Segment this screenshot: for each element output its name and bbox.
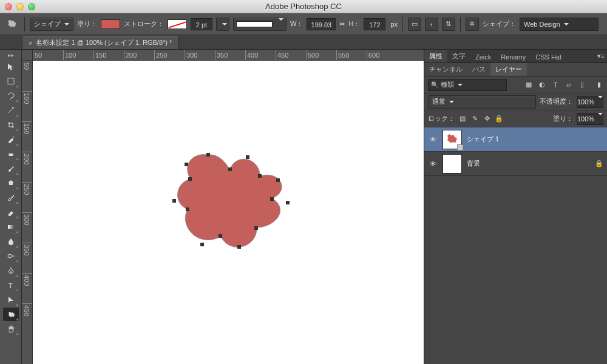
brush-tool[interactable] (3, 162, 19, 175)
stroke-swatch[interactable] (168, 19, 187, 29)
minimize-icon[interactable] (16, 3, 24, 10)
arrange-button[interactable]: ⇅ (442, 18, 455, 31)
svg-rect-2 (8, 153, 13, 156)
opacity-input[interactable]: 100% (577, 96, 603, 108)
ruler-vertical[interactable]: 50100150200250300350400450 (22, 61, 33, 364)
panel-tab[interactable]: パス (467, 63, 490, 76)
layer-filter-dropdown[interactable]: 種類 (428, 79, 507, 91)
stroke-width-input[interactable]: 2 pt (191, 18, 212, 30)
healing-brush-tool[interactable] (3, 147, 19, 161)
width-input[interactable]: 199.03 (307, 18, 336, 30)
ruler-tick: 600 (367, 50, 397, 60)
fill-swatch[interactable] (101, 19, 120, 29)
stroke-width-dropdown[interactable] (216, 18, 229, 31)
layer-name: シェイプ 1 (467, 135, 499, 144)
layer-name: 背景 (467, 159, 480, 168)
filter-shape-icon[interactable]: ▱ (565, 81, 573, 89)
layer-thumbnail[interactable] (443, 130, 462, 149)
move-tool[interactable] (3, 60, 19, 73)
eraser-tool[interactable] (3, 206, 19, 219)
lock-icon[interactable]: 🔒 (595, 160, 603, 167)
separator (24, 17, 25, 32)
document-tab-label: 名称未設定 1 @ 100% (シェイプ 1, RGB/8*) * (36, 38, 172, 47)
ruler-tick: 250 (22, 182, 32, 212)
lock-transparency-icon[interactable]: ▨ (458, 115, 467, 123)
panel-tab[interactable]: Zeick (470, 52, 496, 62)
hand-tool[interactable] (3, 322, 19, 335)
custom-shape-tool[interactable] (3, 308, 19, 321)
filter-pixel-icon[interactable]: ▦ (524, 81, 533, 89)
type-tool[interactable]: T (3, 278, 19, 292)
panel-tab[interactable]: 文字 (447, 50, 470, 62)
path-selection-tool[interactable] (3, 293, 19, 306)
layer-thumbnail[interactable] (443, 154, 462, 174)
lock-position-icon[interactable]: ✥ (483, 115, 491, 123)
filter-toggle-icon[interactable]: ▮ (595, 81, 603, 89)
visibility-icon[interactable]: 👁 (428, 160, 438, 167)
ruler-tick: 400 (245, 50, 276, 60)
clone-stamp-tool[interactable] (3, 177, 19, 190)
panel-tabs-row-2: チャンネルパスレイヤー (424, 63, 607, 76)
tab-overflow-icon[interactable]: » (5, 2, 8, 10)
lasso-tool[interactable] (3, 89, 19, 103)
opacity-label: 不透明度： (540, 97, 573, 106)
workspace-dropdown[interactable]: Web Design (520, 18, 599, 31)
pen-tool[interactable] (3, 264, 19, 277)
path-ops-button[interactable]: ▭ (408, 18, 421, 31)
layer-row[interactable]: 👁 シェイプ 1 (424, 127, 607, 152)
svg-rect-3 (8, 225, 14, 229)
lock-label: ロック： (428, 114, 455, 123)
lock-all-icon[interactable]: 🔒 (495, 115, 503, 123)
ruler-corner[interactable] (22, 50, 33, 61)
close-tab-icon[interactable]: × (29, 39, 32, 47)
marquee-tool[interactable] (3, 75, 19, 88)
blend-mode-dropdown[interactable]: 通常 (428, 95, 536, 109)
height-input[interactable]: 172 (364, 18, 385, 30)
tools-panel: ▸▸ T (0, 50, 22, 364)
blur-tool[interactable] (3, 235, 19, 248)
ruler-tick: 150 (22, 121, 32, 152)
panel-tab[interactable]: レイヤー (490, 63, 527, 76)
maximize-icon[interactable] (28, 3, 35, 10)
filter-adjust-icon[interactable]: ◐ (538, 81, 546, 89)
panel-tab[interactable]: Renamy (496, 52, 531, 62)
toolbar-grip-icon[interactable]: ▸▸ (8, 52, 14, 58)
fill-opacity-label: 塗り： (553, 114, 573, 123)
layer-row[interactable]: 👁 背景 🔒 (424, 152, 607, 176)
dodge-tool[interactable] (3, 249, 19, 263)
layer-filter-row: 種類 ▦ ◐ T ▱ ▯ ▮ (424, 76, 607, 93)
eyedropper-tool[interactable] (3, 133, 19, 146)
fill-opacity-input[interactable]: 100% (577, 113, 603, 125)
ruler-tick: 200 (22, 152, 32, 182)
shape-on-canvas[interactable] (169, 149, 290, 253)
document-tab[interactable]: × 名称未設定 1 @ 100% (シェイプ 1, RGB/8*) * (22, 36, 178, 49)
svg-rect-0 (8, 78, 14, 84)
lock-pixels-icon[interactable]: ✎ (470, 115, 479, 123)
ruler-tick: 50 (22, 61, 32, 91)
ruler-horizontal[interactable]: 50100150200250300350400450500550600 (33, 50, 424, 61)
canvas[interactable] (33, 61, 424, 364)
stroke-style-dropdown[interactable] (233, 18, 287, 31)
visibility-icon[interactable]: 👁 (428, 136, 438, 143)
filter-type-icon[interactable]: T (551, 81, 560, 89)
link-icon[interactable]: ⇔ (339, 20, 345, 28)
separator (460, 17, 461, 32)
magic-wand-tool[interactable] (3, 104, 19, 117)
align-button[interactable]: ⫞ (425, 18, 438, 31)
filter-smart-icon[interactable]: ▯ (578, 81, 586, 89)
lock-fill-row: ロック： ▨ ✎ ✥ 🔒 塗り： 100% (424, 110, 607, 127)
crop-tool[interactable] (3, 118, 19, 132)
options-bar: シェイプ 塗り： ストローク： 2 pt W： 199.03 ⇔ H： 172 … (0, 13, 607, 35)
ruler-tick: 50 (33, 50, 63, 60)
panel-tab[interactable]: 属性 (424, 50, 447, 62)
gear-icon[interactable]: ✲ (466, 18, 479, 31)
app-title: Adobe Photoshop CC (0, 2, 607, 11)
history-brush-tool[interactable] (3, 191, 19, 204)
ruler-tick: 300 (185, 50, 215, 60)
custom-shape-icon[interactable] (5, 17, 19, 32)
panel-tab[interactable]: CSS Hat (531, 52, 566, 62)
panel-menu-icon[interactable]: ▾≡ (597, 52, 605, 60)
tool-mode-dropdown[interactable]: シェイプ (30, 18, 73, 31)
gradient-tool[interactable] (3, 220, 19, 234)
panel-tab[interactable]: チャンネル (424, 63, 467, 76)
